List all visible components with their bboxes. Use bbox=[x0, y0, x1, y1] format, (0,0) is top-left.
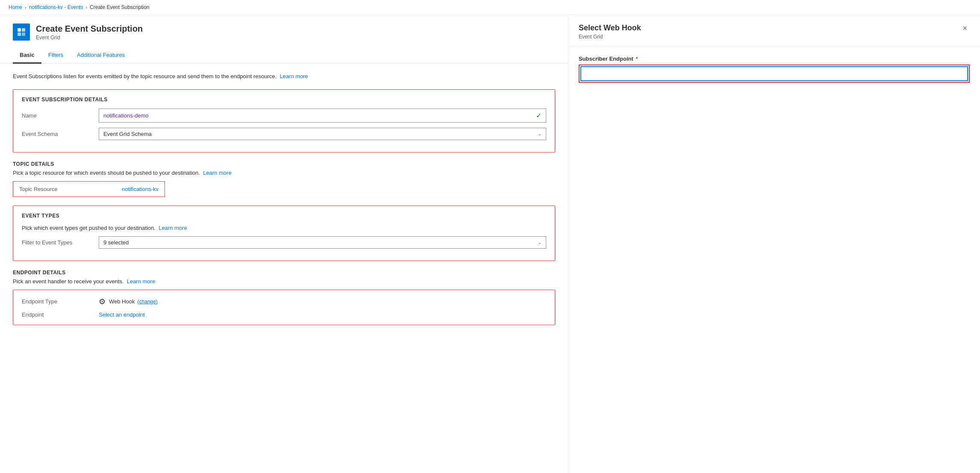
endpoint-details-title: ENDPOINT DETAILS bbox=[13, 270, 555, 276]
event-schema-field-row: Event Schema Event Grid Schema ⌄ bbox=[22, 128, 546, 140]
filter-event-types-label: Filter to Event Types bbox=[22, 239, 99, 246]
name-label: Name bbox=[22, 112, 99, 119]
topic-resource-box: Topic Resource notifications-kv bbox=[13, 181, 165, 197]
svg-rect-3 bbox=[22, 32, 25, 36]
filter-event-types-select-wrapper: 9 selected ⌄ bbox=[99, 236, 546, 249]
event-types-title: EVENT TYPES bbox=[22, 213, 546, 219]
name-input-field[interactable]: notifications-demo ✓ bbox=[99, 109, 546, 123]
page-header: Create Event Subscription Event Grid bbox=[0, 15, 568, 41]
topic-resource-label: Topic Resource bbox=[19, 186, 96, 192]
svg-rect-0 bbox=[18, 28, 21, 32]
topic-details-section: TOPIC DETAILS Pick a topic resource for … bbox=[13, 161, 555, 197]
webhook-icon: ⚙ bbox=[99, 297, 106, 306]
filter-event-types-select[interactable]: 9 selected ⌄ bbox=[99, 236, 546, 249]
breadcrumb: Home › notifications-kv - Events › Creat… bbox=[0, 0, 980, 15]
panel-content: Event Subscriptions listen for events em… bbox=[0, 64, 568, 342]
endpoint-row: Endpoint Select an endpoint bbox=[22, 311, 546, 318]
svg-rect-1 bbox=[22, 28, 25, 32]
endpoint-change-link[interactable]: (change) bbox=[137, 299, 157, 305]
required-star: * bbox=[634, 56, 638, 62]
tab-basic[interactable]: Basic bbox=[13, 47, 41, 64]
chevron-down-icon: ⌄ bbox=[538, 131, 542, 137]
event-schema-value: Event Grid Schema bbox=[103, 131, 152, 137]
tab-additional-features[interactable]: Additional Features bbox=[70, 47, 132, 64]
topic-learn-more-link[interactable]: Learn more bbox=[203, 170, 231, 176]
event-grid-icon bbox=[13, 24, 30, 41]
check-icon: ✓ bbox=[536, 112, 542, 120]
endpoint-value-wrapper: Select an endpoint bbox=[99, 311, 546, 318]
select-endpoint-link[interactable]: Select an endpoint bbox=[99, 311, 145, 318]
topic-details-desc: Pick a topic resource for which events s… bbox=[13, 170, 555, 176]
event-schema-label: Event Schema bbox=[22, 131, 99, 137]
close-button[interactable]: × bbox=[960, 24, 970, 33]
topic-details-title: TOPIC DETAILS bbox=[13, 161, 555, 167]
subscriber-endpoint-label: Subscriber Endpoint * bbox=[579, 56, 970, 62]
panel-body: Subscriber Endpoint * bbox=[568, 47, 980, 91]
breadcrumb-events[interactable]: notifications-kv - Events bbox=[29, 4, 83, 10]
event-schema-select[interactable]: Event Grid Schema ⌄ bbox=[99, 128, 546, 140]
endpoint-type-value: Web Hook bbox=[109, 298, 135, 305]
event-types-section: EVENT TYPES Pick which event types get p… bbox=[13, 206, 555, 261]
left-panel: Create Event Subscription Event Grid Bas… bbox=[0, 15, 568, 473]
endpoint-type-label: Endpoint Type bbox=[22, 298, 99, 305]
event-schema-select-wrapper: Event Grid Schema ⌄ bbox=[99, 128, 546, 140]
breadcrumb-home[interactable]: Home bbox=[9, 4, 22, 10]
svg-rect-2 bbox=[18, 32, 21, 36]
page-title: Create Event Subscription bbox=[36, 24, 143, 34]
name-input-wrapper: notifications-demo ✓ bbox=[99, 109, 546, 123]
endpoint-label: Endpoint bbox=[22, 311, 99, 318]
event-subscription-details-title: EVENT SUBSCRIPTION DETAILS bbox=[22, 97, 546, 103]
endpoint-type-value-wrapper: ⚙ Web Hook (change) bbox=[99, 297, 546, 306]
subscriber-endpoint-wrapper bbox=[579, 65, 970, 83]
filter-event-types-row: Filter to Event Types 9 selected ⌄ bbox=[22, 236, 546, 249]
select-webhook-header: Select Web Hook Event Grid × bbox=[568, 15, 980, 47]
breadcrumb-sep-1: › bbox=[25, 5, 26, 10]
subscriber-endpoint-input[interactable] bbox=[580, 66, 968, 81]
page-subtitle: Event Grid bbox=[36, 35, 143, 41]
event-types-desc: Pick which event types get pushed to you… bbox=[22, 225, 546, 231]
topic-resource-value[interactable]: notifications-kv bbox=[122, 186, 159, 192]
panel-header-text: Select Web Hook Event Grid bbox=[579, 24, 641, 40]
event-subscription-details-section: EVENT SUBSCRIPTION DETAILS Name notifica… bbox=[13, 89, 555, 153]
breadcrumb-current: Create Event Subscription bbox=[90, 4, 149, 10]
event-types-learn-more[interactable]: Learn more bbox=[159, 225, 187, 231]
endpoint-details-section: ENDPOINT DETAILS Pick an event handler t… bbox=[13, 270, 555, 325]
name-field-row: Name notifications-demo ✓ bbox=[22, 109, 546, 123]
endpoint-type-row: Endpoint Type ⚙ Web Hook (change) bbox=[22, 297, 546, 306]
panel-subtitle: Event Grid bbox=[579, 34, 641, 40]
panel-title: Select Web Hook bbox=[579, 24, 641, 32]
name-value: notifications-demo bbox=[103, 112, 536, 119]
learn-more-link-1[interactable]: Learn more bbox=[280, 73, 308, 79]
chevron-down-icon-2: ⌄ bbox=[538, 240, 542, 245]
breadcrumb-sep-2: › bbox=[85, 5, 87, 10]
endpoint-details-desc: Pick an event handler to receive your ev… bbox=[13, 278, 555, 285]
tabs: Basic Filters Additional Features bbox=[0, 47, 568, 64]
filter-event-types-value: 9 selected bbox=[103, 239, 129, 246]
endpoint-details-box: Endpoint Type ⚙ Web Hook (change) Endpoi… bbox=[13, 290, 555, 325]
tab-filters[interactable]: Filters bbox=[41, 47, 70, 64]
endpoint-learn-more[interactable]: Learn more bbox=[127, 278, 155, 285]
description-text: Event Subscriptions listen for events em… bbox=[13, 72, 555, 81]
right-panel: Select Web Hook Event Grid × Subscriber … bbox=[568, 15, 980, 473]
page-title-block: Create Event Subscription Event Grid bbox=[36, 24, 143, 41]
